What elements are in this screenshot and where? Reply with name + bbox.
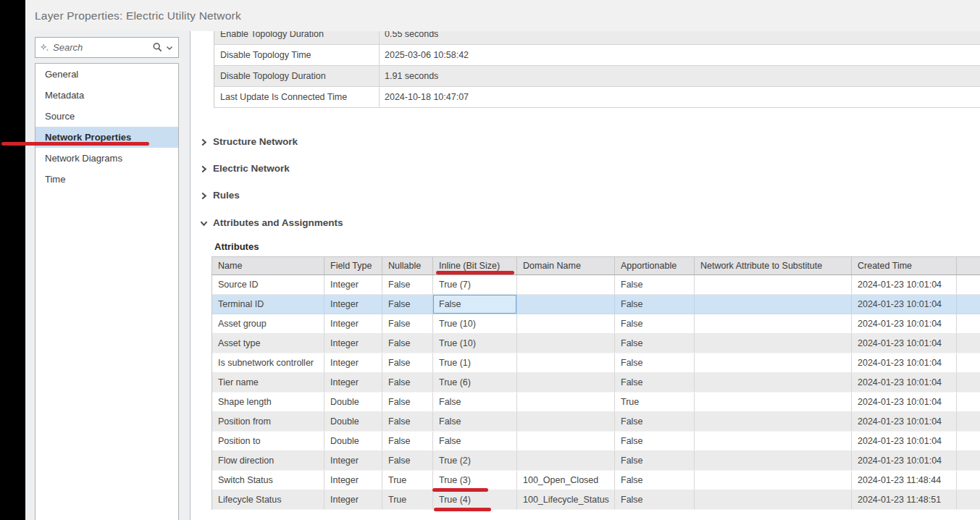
cell-domain[interactable] (517, 412, 615, 431)
cell-nullable[interactable]: False (382, 373, 433, 392)
cell-inline[interactable]: True (10) (433, 334, 517, 353)
attribute-row[interactable]: Terminal ID Integer False False False 20… (212, 295, 980, 314)
cell-field-type[interactable]: Integer (324, 490, 382, 509)
cell-name[interactable]: Position to (212, 432, 324, 450)
attribute-row[interactable]: Switch Status Integer True True (3) 100_… (212, 471, 980, 490)
cell-created-time[interactable]: 2024-01-23 10:01:04 (852, 295, 957, 314)
cell-substitute[interactable] (695, 471, 852, 490)
cell-apportionable[interactable]: False (615, 275, 695, 294)
cell-created-time[interactable]: 2024-01-23 10:01:04 (852, 314, 957, 333)
cell-nullable[interactable]: False (382, 451, 433, 470)
cell-name[interactable]: Source ID (212, 275, 324, 294)
cell-inline[interactable]: True (2) (433, 451, 517, 470)
attribute-row[interactable]: Tier name Integer False True (6) False 2… (212, 373, 980, 393)
cell-domain[interactable] (517, 353, 615, 372)
cell-name[interactable]: Shape length (212, 393, 324, 411)
cell-created-time[interactable]: 2024-01-23 10:01:04 (852, 334, 957, 353)
summary-row[interactable]: Last Update Is Connected Time 2024-10-18… (214, 87, 980, 108)
cell-nullable[interactable]: False (382, 334, 433, 353)
cell-field-type[interactable]: Integer (324, 295, 382, 314)
cell-substitute[interactable] (695, 451, 852, 470)
cell-name[interactable]: Asset type (212, 334, 324, 353)
attribute-row[interactable]: Is subnetwork controller Integer False T… (212, 353, 980, 373)
cell-created-time[interactable]: 2024-01-23 11:48:51 (852, 490, 957, 509)
cell-domain[interactable] (517, 451, 615, 470)
attribute-row[interactable]: Position from Double False False False 2… (212, 412, 980, 432)
attribute-row[interactable]: Source ID Integer False True (7) False 2… (212, 275, 980, 295)
cell-nullable[interactable]: False (382, 353, 433, 372)
cell-name[interactable]: Position from (212, 412, 324, 431)
cell-name[interactable]: Lifecycle Status (212, 490, 324, 509)
cell-substitute[interactable] (695, 373, 852, 392)
cell-substitute[interactable] (695, 275, 852, 294)
search-input[interactable] (50, 42, 151, 53)
cell-field-type[interactable]: Integer (324, 451, 382, 470)
cell-field-type[interactable]: Double (324, 393, 382, 411)
cell-inline[interactable]: True (6) (433, 373, 517, 392)
cell-nullable[interactable]: True (382, 490, 433, 509)
collapsible-section-header[interactable]: Rules (200, 187, 240, 203)
cell-name[interactable]: Flow direction (212, 451, 324, 470)
cell-substitute[interactable] (695, 412, 852, 431)
cell-apportionable[interactable]: False (615, 432, 695, 450)
cell-field-type[interactable]: Integer (324, 275, 382, 294)
cell-inline[interactable]: False (433, 393, 517, 411)
cell-apportionable[interactable]: False (615, 295, 695, 314)
sidebar-nav-item[interactable]: General (35, 64, 178, 85)
cell-name[interactable]: Is subnetwork controller (212, 353, 324, 372)
search-box[interactable] (35, 37, 179, 58)
cell-domain[interactable] (517, 334, 615, 353)
cell-nullable[interactable]: False (382, 412, 433, 431)
cell-created-time[interactable]: 2024-01-23 10:01:04 (852, 373, 957, 392)
cell-name[interactable]: Asset group (212, 314, 324, 333)
cell-field-type[interactable]: Integer (324, 373, 382, 392)
cell-name[interactable]: Switch Status (212, 471, 324, 490)
cell-field-type[interactable]: Integer (324, 353, 382, 372)
cell-created-time[interactable]: 2024-01-23 10:01:04 (852, 393, 957, 411)
cell-inline[interactable]: False (433, 412, 517, 431)
magnifier-icon[interactable] (152, 42, 163, 53)
cell-field-type[interactable]: Double (324, 432, 382, 450)
cell-nullable[interactable]: False (382, 314, 433, 333)
collapsible-section-header[interactable]: Structure Network (200, 133, 298, 149)
cell-apportionable[interactable]: False (615, 412, 695, 431)
cell-inline[interactable]: False (433, 432, 517, 450)
cell-domain[interactable] (517, 432, 615, 450)
cell-nullable[interactable]: False (382, 295, 433, 314)
attribute-row[interactable]: Asset type Integer False True (10) False… (212, 334, 980, 353)
collapsible-section-header[interactable]: Electric Network (200, 160, 290, 176)
sidebar-nav-item[interactable]: Source (35, 106, 178, 127)
cell-nullable[interactable]: False (382, 393, 433, 411)
attribute-row[interactable]: Position to Double False False False 202… (212, 432, 980, 451)
cell-domain[interactable] (517, 295, 615, 314)
cell-inline[interactable]: True (10) (433, 314, 517, 333)
sidebar-nav-item[interactable]: Time (35, 169, 178, 190)
cell-inline[interactable]: True (1) (433, 353, 517, 372)
cell-created-time[interactable]: 2024-01-23 10:01:04 (852, 432, 957, 450)
cell-apportionable[interactable]: False (615, 353, 695, 372)
summary-row[interactable]: Enable Topology Duration 0.55 seconds (214, 31, 980, 45)
cell-nullable[interactable]: True (382, 471, 433, 490)
cell-domain[interactable]: 100_Lifecycle_Status (517, 490, 615, 509)
cell-substitute[interactable] (695, 393, 852, 411)
summary-row[interactable]: Disable Topology Duration 1.91 seconds (214, 66, 980, 87)
collapsible-section-header[interactable]: Attributes and Assignments (200, 214, 343, 230)
cell-inline[interactable]: True (7) (433, 275, 517, 294)
cell-created-time[interactable]: 2024-01-23 10:01:04 (852, 412, 957, 431)
attribute-row[interactable]: Asset group Integer False True (10) Fals… (212, 314, 980, 334)
cell-substitute[interactable] (695, 295, 852, 314)
cell-domain[interactable] (517, 275, 615, 294)
cell-substitute[interactable] (695, 353, 852, 372)
cell-domain[interactable] (517, 373, 615, 392)
cell-created-time[interactable]: 2024-01-23 10:01:04 (852, 353, 957, 372)
cell-created-time[interactable]: 2024-01-23 11:48:44 (852, 471, 957, 490)
cell-name[interactable]: Terminal ID (212, 295, 324, 314)
cell-substitute[interactable] (695, 490, 852, 509)
cell-substitute[interactable] (695, 432, 852, 450)
cell-inline[interactable]: True (3) (433, 471, 517, 490)
cell-apportionable[interactable]: False (615, 471, 695, 490)
cell-field-type[interactable]: Integer (324, 314, 382, 333)
cell-nullable[interactable]: False (382, 432, 433, 450)
cell-field-type[interactable]: Integer (324, 334, 382, 353)
chevron-down-icon[interactable] (165, 43, 174, 52)
